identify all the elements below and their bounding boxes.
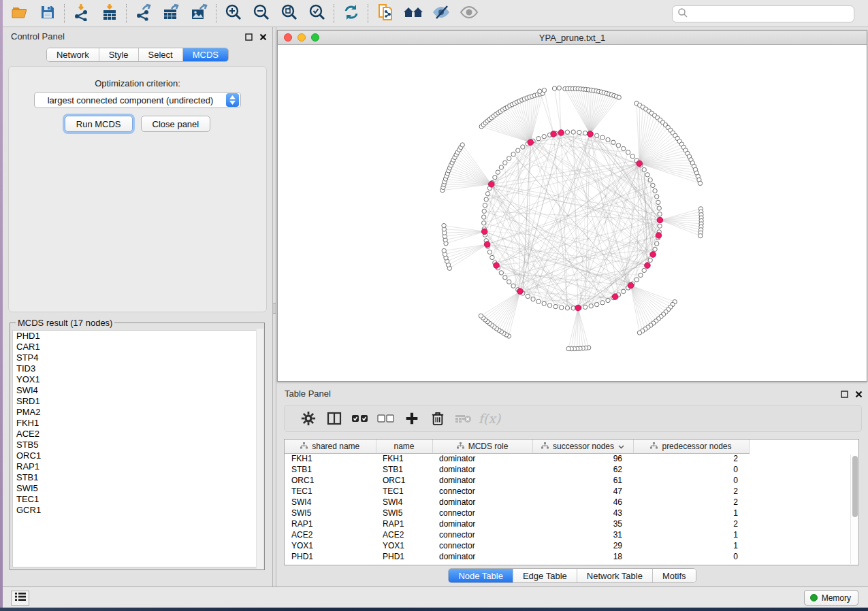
- zoom-in-button[interactable]: [219, 2, 247, 25]
- table-row[interactable]: ACE2ACE2connector311: [285, 529, 858, 540]
- mcds-result-item[interactable]: SWI5: [13, 483, 261, 494]
- node-table: shared namenameMCDS rolesuccessor nodesp…: [284, 439, 859, 565]
- mcds-list-scrollbar[interactable]: [256, 329, 263, 569]
- splitter-handle-icon[interactable]: [273, 303, 276, 314]
- tab-motifs[interactable]: Motifs: [653, 569, 696, 582]
- zoom-out-button[interactable]: [247, 2, 275, 25]
- column-header-name[interactable]: name: [376, 440, 432, 453]
- first-neighbors-button[interactable]: [399, 2, 427, 25]
- table-row[interactable]: STB1STB1dominator620: [285, 464, 858, 475]
- close-panel-button[interactable]: Close panel: [141, 116, 211, 132]
- tab-mcds[interactable]: MCDS: [183, 48, 228, 61]
- close-panel-icon[interactable]: [259, 31, 267, 44]
- table-row[interactable]: TEC1TEC1connector472: [285, 486, 858, 497]
- mcds-result-item[interactable]: STB1: [13, 472, 261, 483]
- mcds-result-item[interactable]: STB5: [13, 440, 261, 450]
- mcds-result-item[interactable]: CAR1: [13, 342, 261, 352]
- mcds-result-item[interactable]: YOX1: [13, 374, 261, 385]
- delete-row-icon[interactable]: [425, 408, 451, 429]
- export-image-button[interactable]: [185, 2, 213, 25]
- deselect-all-icon[interactable]: [373, 408, 399, 429]
- table-row[interactable]: YOX1YOX1connector291: [285, 540, 858, 551]
- table-row[interactable]: SWI4SWI4dominator462: [285, 497, 858, 508]
- table-row[interactable]: FKH1FKH1dominator962: [285, 453, 858, 464]
- mcds-result-item[interactable]: TID3: [13, 363, 261, 374]
- float-panel-icon[interactable]: [245, 31, 253, 44]
- hide-selected-button[interactable]: [427, 2, 455, 25]
- main-toolbar: [3, 0, 868, 27]
- show-all-icon: [460, 5, 479, 22]
- tab-network[interactable]: Network: [47, 48, 99, 61]
- mcds-result-item[interactable]: PHD1: [13, 331, 261, 342]
- mcds-result-item[interactable]: RAP1: [13, 461, 261, 472]
- run-mcds-button[interactable]: Run MCDS: [65, 116, 133, 132]
- mcds-panel: Optimization criterion: largest connecte…: [8, 66, 267, 312]
- optimization-criterion-dropdown[interactable]: largest connected component (undirected): [34, 92, 241, 108]
- mcds-result-item[interactable]: ORC1: [13, 450, 261, 461]
- network-window-titlebar[interactable]: YPA_prune.txt_1: [278, 31, 867, 45]
- task-history-button[interactable]: [11, 591, 29, 606]
- close-panel-icon[interactable]: [855, 389, 863, 401]
- save-button[interactable]: [33, 2, 61, 25]
- table-panel: Table Panel f(x): [276, 384, 868, 587]
- gear-icon[interactable]: [295, 408, 321, 429]
- mcds-result-item[interactable]: GCR1: [13, 505, 261, 516]
- show-all-button[interactable]: [455, 2, 483, 25]
- network-graph[interactable]: [278, 45, 867, 381]
- table-row[interactable]: PHD1PHD1dominator180: [285, 551, 858, 562]
- status-bar: Memory: [3, 587, 868, 608]
- import-table-icon: [101, 3, 118, 24]
- export-network-button[interactable]: [129, 2, 157, 25]
- tab-style[interactable]: Style: [99, 48, 139, 61]
- network-view-window: YPA_prune.txt_1: [277, 30, 867, 382]
- memory-button[interactable]: Memory: [804, 590, 858, 606]
- hide-selected-icon: [432, 5, 451, 22]
- column-header-predecessor-nodes[interactable]: predecessor nodes: [633, 440, 749, 453]
- search-input[interactable]: [688, 7, 854, 21]
- open-file-button[interactable]: [5, 2, 33, 25]
- table-scrollbar[interactable]: [850, 455, 858, 564]
- search-icon: [677, 7, 688, 21]
- mcds-result-item[interactable]: SRD1: [13, 396, 261, 407]
- table-row[interactable]: RAP1RAP1dominator352: [285, 518, 858, 529]
- column-header-shared-name[interactable]: shared name: [285, 440, 376, 453]
- export-table-icon: [162, 3, 180, 24]
- mcds-result-list: PHD1CAR1STP4TID3YOX1SWI4SRD1PMA2FKH1ACE2…: [12, 330, 262, 567]
- refresh-button[interactable]: [337, 2, 365, 25]
- refresh-icon: [342, 3, 360, 24]
- delete-table-icon[interactable]: [451, 408, 477, 429]
- add-row-icon[interactable]: [399, 408, 425, 429]
- column-header-successor-nodes[interactable]: successor nodes: [532, 440, 633, 453]
- dropdown-selected-value: largest connected component (undirected): [35, 95, 226, 105]
- mcds-result-item[interactable]: STP4: [13, 352, 261, 363]
- export-table-button[interactable]: [157, 2, 185, 25]
- select-all-icon[interactable]: [347, 408, 373, 429]
- table-row[interactable]: SWI5SWI5connector431: [285, 508, 858, 518]
- tab-select[interactable]: Select: [139, 48, 183, 61]
- toolbar-separator: [368, 4, 368, 23]
- open-file-icon: [11, 4, 29, 23]
- float-panel-icon[interactable]: [841, 389, 848, 401]
- network-canvas[interactable]: [278, 45, 867, 381]
- column-header-MCDS-role[interactable]: MCDS role: [432, 440, 532, 453]
- split-column-icon[interactable]: [321, 408, 347, 429]
- mcds-result-item[interactable]: ACE2: [13, 429, 261, 440]
- table-scrollbar-thumb[interactable]: [852, 456, 858, 517]
- table-row[interactable]: ORC1ORC1dominator610: [285, 475, 858, 486]
- duplicate-network-button[interactable]: [371, 2, 399, 25]
- mcds-result-item[interactable]: PMA2: [13, 407, 261, 418]
- zoom-in-icon: [225, 3, 242, 24]
- mcds-result-title: MCDS result (17 nodes): [16, 318, 114, 328]
- tab-network-table[interactable]: Network Table: [577, 569, 653, 582]
- import-table-button[interactable]: [95, 2, 123, 25]
- tab-node-table[interactable]: Node Table: [449, 569, 513, 582]
- mcds-result-item[interactable]: TEC1: [13, 494, 261, 505]
- import-network-button[interactable]: [67, 2, 95, 25]
- mcds-result-item[interactable]: FKH1: [13, 418, 261, 429]
- memory-button-label: Memory: [822, 593, 851, 603]
- zoom-fit-button[interactable]: [275, 2, 303, 25]
- mcds-result-item[interactable]: SWI4: [13, 385, 261, 396]
- function-builder-icon[interactable]: f(x): [477, 408, 502, 429]
- tab-edge-table[interactable]: Edge Table: [513, 569, 577, 582]
- zoom-selected-button[interactable]: [303, 2, 331, 25]
